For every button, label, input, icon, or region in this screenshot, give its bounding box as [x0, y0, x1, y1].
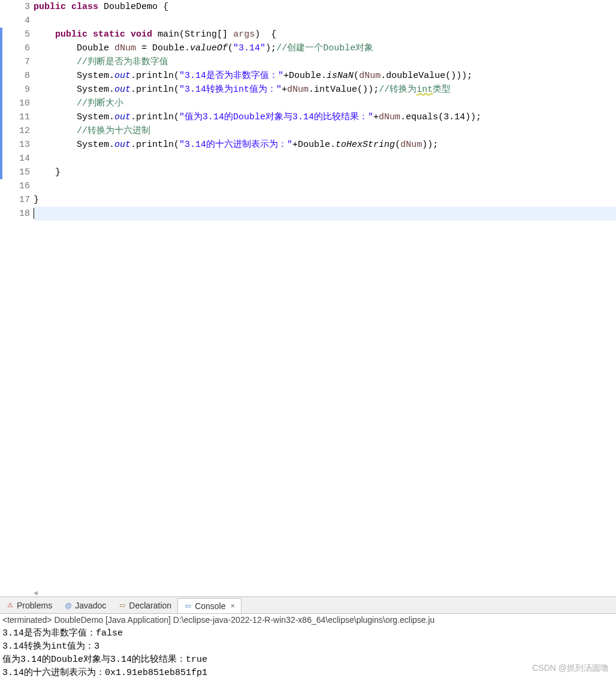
line-number: 5	[10, 28, 30, 41]
code-line[interactable]	[34, 179, 616, 193]
line-number: 7	[10, 55, 30, 69]
console-line: 3.14的十六进制表示为：0x1.91eb851eb851fp1	[2, 667, 614, 680]
code-line[interactable]: public class DoubleDemo {	[34, 0, 616, 14]
code-line[interactable]: Double dNum = Double.valueOf("3.14");//创…	[34, 41, 616, 55]
console-line: 值为3.14的Double对象与3.14的比较结果：true	[2, 653, 614, 667]
tab-label: Console	[195, 601, 225, 611]
line-number: 14	[10, 152, 30, 165]
tab-javadoc[interactable]: @ Javadoc	[58, 598, 112, 613]
tab-problems[interactable]: ⚠ Problems	[0, 598, 58, 613]
javadoc-icon: @	[64, 601, 73, 610]
tab-console[interactable]: ▭ Console ×	[177, 598, 241, 613]
code-line[interactable]: //转换为十六进制	[34, 124, 616, 138]
line-number: 16	[10, 179, 30, 193]
line-number: 4	[10, 14, 30, 28]
code-line[interactable]: System.out.println("3.14的十六进制表示为："+Doubl…	[34, 138, 616, 152]
line-number: 13	[10, 138, 30, 152]
line-number-gutter[interactable]: 3456789101112131415161718	[10, 0, 34, 596]
line-number: 3	[10, 0, 30, 14]
bottom-panel: ⚠ Problems @ Javadoc ▭ Declaration ▭ Con…	[0, 596, 616, 681]
tab-label: Declaration	[129, 601, 171, 610]
tab-label: Problems	[17, 601, 52, 610]
code-line[interactable]: System.out.println("3.14转换为int值为："+dNum.…	[34, 83, 616, 97]
line-number: 11	[10, 110, 30, 124]
code-line[interactable]: //判断大小	[34, 97, 616, 110]
code-line[interactable]: System.out.println("值为3.14的Double对象与3.14…	[34, 110, 616, 124]
line-number: 10	[10, 97, 30, 110]
console-icon: ▭	[184, 602, 192, 610]
line-number: 9	[10, 83, 30, 97]
code-line[interactable]: }	[34, 165, 616, 179]
code-line[interactable]	[34, 207, 616, 221]
line-number: 6	[10, 41, 30, 55]
line-number: 8	[10, 69, 30, 83]
code-line[interactable]: System.out.println("3.14是否为非数字值："+Double…	[34, 69, 616, 83]
code-line[interactable]	[34, 14, 616, 28]
code-line[interactable]	[34, 152, 616, 165]
code-editor[interactable]: 3456789101112131415161718 public class D…	[0, 0, 616, 596]
tab-declaration[interactable]: ▭ Declaration	[112, 598, 177, 613]
code-text-area[interactable]: public class DoubleDemo { public static …	[34, 0, 616, 596]
tabs-bar: ⚠ Problems @ Javadoc ▭ Declaration ▭ Con…	[0, 597, 616, 614]
tab-label: Javadoc	[75, 601, 106, 610]
code-line[interactable]: public static void main(String[] args) {	[34, 28, 616, 41]
console-line: 3.14是否为非数字值：false	[2, 627, 614, 640]
change-marker	[0, 28, 2, 179]
close-icon[interactable]: ×	[231, 601, 235, 610]
console-output[interactable]: 3.14是否为非数字值：false3.14转换为int值为：3值为3.14的Do…	[0, 626, 616, 681]
horizontal-scroll-left-icon[interactable]: ◄	[34, 589, 50, 596]
console-run-header: <terminated> DoubleDemo [Java Applicatio…	[0, 614, 616, 626]
marker-bar	[0, 0, 10, 596]
line-number: 15	[10, 165, 30, 179]
code-line[interactable]: //判断是否为非数字值	[34, 55, 616, 69]
declaration-icon: ▭	[118, 601, 126, 610]
line-number: 18	[10, 207, 30, 221]
console-line: 3.14转换为int值为：3	[2, 640, 614, 653]
code-line[interactable]: }	[34, 193, 616, 207]
line-number: 12	[10, 124, 30, 138]
line-number: 17	[10, 193, 30, 207]
problems-icon: ⚠	[6, 601, 14, 610]
